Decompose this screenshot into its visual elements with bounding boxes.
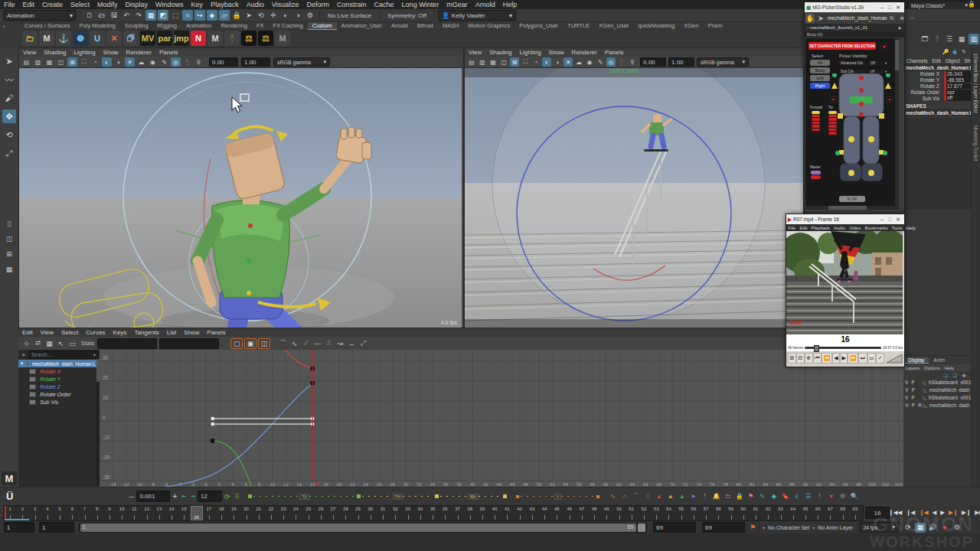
shaded-icon[interactable]: ◐: [542, 57, 551, 67]
ab-heart-icon[interactable]: ♥: [826, 491, 836, 501]
layer-menu-item[interactable]: Help: [942, 366, 956, 370]
shelf-tab[interactable]: Custom: [308, 22, 337, 30]
render-icon[interactable]: ◐: [280, 10, 291, 21]
graph-curve-area[interactable]: -14-12-10-8-6-4-202468101214161820222426…: [100, 350, 903, 487]
close-icon[interactable]: ✕: [893, 217, 903, 223]
channel-row[interactable]: Rotate Order xyz: [904, 89, 972, 95]
layer-row[interactable]: V P ◺ mechaMech_dash_: [903, 386, 971, 394]
picker-edit-icon[interactable]: ➤: [816, 14, 825, 23]
menu-item[interactable]: Help: [499, 1, 521, 8]
isolate-icon[interactable]: ◎: [171, 57, 181, 67]
open-scene-icon[interactable]: 🗁: [96, 10, 107, 21]
ge-clamped-icon[interactable]: ∿: [289, 338, 299, 348]
shelf-tab[interactable]: Rendering: [216, 22, 252, 29]
ab-step-icon[interactable]: ⎍: [642, 491, 652, 501]
video-menu-item[interactable]: Edit: [798, 226, 809, 230]
ab-wave2-icon[interactable]: ∩: [619, 491, 629, 501]
move-layer-icon[interactable]: ✥: [960, 372, 968, 379]
tie-controls[interactable]: [827, 110, 838, 135]
video-menu-item[interactable]: Audio: [831, 226, 847, 230]
snap-view-icon[interactable]: ▤: [467, 57, 476, 67]
layer-row[interactable]: V P ◺ lhSkateboard_v001_: [903, 379, 971, 386]
ge-lattice-icon[interactable]: ▦: [44, 338, 54, 348]
shelf-tab[interactable]: Animation_User: [337, 22, 387, 29]
menu-item[interactable]: mGear: [443, 1, 472, 8]
graph-object-row[interactable]: ▾ 🕴 mechaMech_dash_Human:L_: [18, 360, 100, 367]
shelf-tab[interactable]: MASH: [438, 22, 464, 29]
menuset-selector[interactable]: Animation▾: [3, 10, 77, 21]
ab-orange-slider[interactable]: V: [514, 494, 602, 500]
res-gate-icon[interactable]: ⊞: [510, 57, 519, 67]
channel-object-name[interactable]: mechaMech_dash_Human:L_arm: [904, 64, 972, 71]
shaded-icon[interactable]: ◐: [102, 57, 112, 67]
vt-nextkey-icon[interactable]: ⏭: [858, 353, 867, 364]
view-transform-selector[interactable]: sRGB gamma▾: [273, 57, 330, 67]
record-dot[interactable]: [880, 43, 888, 51]
video-menu-item[interactable]: File: [786, 226, 798, 230]
ab-plus-button[interactable]: +: [170, 492, 179, 500]
shelf-par-icon[interactable]: par: [157, 31, 172, 46]
film-gate-icon[interactable]: ◫: [499, 57, 508, 67]
tool-settings-icon[interactable]: 🕴: [932, 34, 942, 44]
select-tool-icon[interactable]: ➤: [2, 54, 16, 68]
maximize-icon[interactable]: □: [886, 217, 893, 222]
ge-step-icon[interactable]: ⎍: [324, 338, 334, 348]
refresh-icon[interactable]: ⊕: [898, 14, 906, 22]
shelf-tab[interactable]: Poly Modeling: [75, 22, 120, 29]
video-frame[interactable]: COM: [786, 231, 903, 334]
maximize-icon[interactable]: □: [886, 5, 893, 10]
animbot-logo[interactable]: Ü: [0, 491, 19, 502]
scene-right[interactable]: [465, 68, 803, 328]
layer-row[interactable]: V P ◺ lhSkateboard_v001_: [903, 394, 971, 402]
exposure-field[interactable]: 0.00: [209, 57, 238, 67]
render-settings-icon[interactable]: ⚙: [305, 10, 315, 21]
shelf-tab[interactable]: TURTLE: [563, 22, 594, 29]
video-menu-item[interactable]: Video: [848, 226, 863, 230]
layout-two-icon[interactable]: ◫: [2, 233, 16, 245]
ge-center-icon[interactable]: ◫: [258, 338, 270, 349]
shelf-mel2-icon[interactable]: M: [275, 31, 290, 46]
ab-bell-icon[interactable]: 🔔: [711, 491, 721, 501]
current-time-marker[interactable]: 16: [191, 506, 203, 520]
cb-keyable-icon[interactable]: 🔑: [942, 47, 949, 57]
lock-selection-icon[interactable]: 🔒: [231, 10, 242, 21]
gate-mask-icon[interactable]: ⛶: [79, 57, 89, 67]
graph-plot[interactable]: -14-12-10-8-6-4-202468101214161820222426…: [100, 350, 903, 487]
playback-start-field[interactable]: 1: [39, 522, 74, 533]
shelf-pose-icon[interactable]: 🕴: [224, 31, 240, 46]
menu-item[interactable]: Arnold: [472, 1, 499, 8]
vt-list-icon[interactable]: ⊟: [796, 353, 805, 364]
viewport-menu-item[interactable]: Lighting: [516, 49, 545, 56]
picker-tab[interactable]: • mechaMech_flourish_v1_01: [805, 25, 867, 30]
ab-rows-icon[interactable]: ☰: [803, 491, 813, 501]
symmetry-label[interactable]: Symmetry: Off: [383, 12, 431, 19]
user-selector[interactable]: 👤Kelly Vawter ▾: [438, 10, 516, 21]
picker-visibility-row[interactable]: Advanced Ctls Off ▾: [838, 60, 887, 67]
layer-editor-tab[interactable]: Anim: [929, 357, 949, 363]
vt-zoom-icon[interactable]: ⊕: [805, 353, 813, 364]
shelf-tab[interactable]: FX: [252, 22, 269, 29]
shelf-tab[interactable]: Curves / Surfaces: [20, 22, 75, 29]
shelf-tab[interactable]: Prism: [703, 22, 727, 29]
ao-icon[interactable]: ◉: [148, 57, 158, 67]
xray-icon[interactable]: 🕴: [182, 57, 192, 67]
ge-flat-icon[interactable]: —: [312, 338, 322, 348]
anim-layer-selector[interactable]: ▾ No Anim Layer: [812, 525, 856, 530]
ab-refresh-icon[interactable]: ⟳: [222, 493, 233, 500]
graph-menu-item[interactable]: List: [163, 329, 180, 336]
exposure-field[interactable]: 0.00: [640, 57, 666, 67]
ab-search-icon[interactable]: 🔍: [849, 491, 859, 501]
shelf-tab[interactable]: Arnold: [387, 22, 413, 29]
workspace-lock-icon[interactable]: 🔒: [968, 1, 975, 8]
menu-item[interactable]: Cache: [371, 1, 398, 8]
channel-box-menu-item[interactable]: Edit: [929, 58, 942, 64]
minimize-icon[interactable]: –: [878, 5, 886, 10]
ab-value-field[interactable]: 0.001: [136, 491, 170, 502]
range-slider[interactable]: 1 69: [79, 523, 647, 533]
ab-arrow-left-icon[interactable]: ⇤: [179, 494, 188, 500]
ab-bookmark-icon[interactable]: 🔖: [780, 491, 790, 501]
minimize-icon[interactable]: –: [878, 217, 886, 222]
shelf-tab[interactable]: Bifrost: [413, 22, 438, 29]
channel-lines-icon[interactable]: ☰: [944, 34, 955, 44]
xray-icon[interactable]: 🕴: [617, 57, 626, 67]
